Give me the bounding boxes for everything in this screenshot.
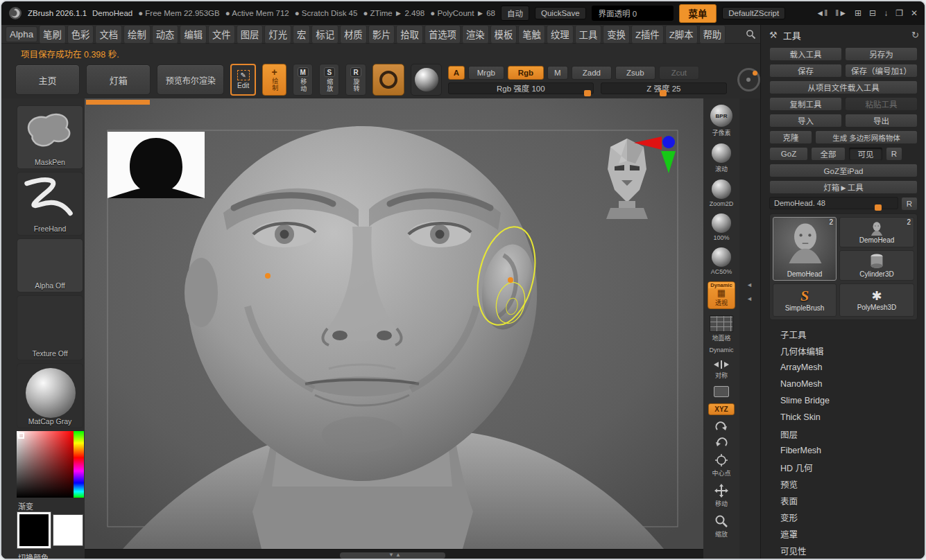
alpha-selector[interactable]: Alpha Off <box>17 238 83 292</box>
floor-grid-button[interactable]: 地面格 <box>710 315 733 342</box>
menu-help[interactable]: 帮助 <box>699 25 726 44</box>
section-arraymesh[interactable]: ArrayMesh <box>769 359 918 376</box>
copy-tool-button[interactable]: 复制工具 <box>769 97 842 111</box>
xyz-symmetry-button[interactable]: XYZ <box>708 403 734 415</box>
menu-color[interactable]: 色彩 <box>67 25 94 44</box>
canvas-scroll-arrows-icon[interactable]: ▼▲ <box>388 552 402 558</box>
ui-opacity-field[interactable]: 界面透明 0 <box>592 6 674 21</box>
home-button[interactable]: 主页 <box>15 64 80 95</box>
color-picker[interactable] <box>17 431 84 498</box>
section-deformation[interactable]: 变形 <box>769 509 918 525</box>
axis-z-dot[interactable] <box>662 136 675 148</box>
menu-macro[interactable]: 宏 <box>293 25 310 44</box>
actual-size-button[interactable]: 100% <box>712 213 731 241</box>
menu-texture[interactable]: 纹理 <box>547 25 574 44</box>
divider-arrow2-icon[interactable]: ◄ <box>746 295 753 302</box>
section-nanomesh[interactable]: NanoMesh <box>769 376 918 392</box>
menu-search-icon[interactable] <box>746 29 756 40</box>
goz-all-button[interactable]: 全部 <box>811 147 846 161</box>
menu-brush[interactable]: 笔刷 <box>39 25 66 44</box>
aahalf-button[interactable]: AC50% <box>711 247 732 275</box>
mrgb-button[interactable]: Mrgb <box>468 66 504 80</box>
load-from-project-button[interactable]: 从项目文件载入工具 <box>769 80 918 94</box>
gradient-label[interactable]: 渐变 <box>18 500 33 511</box>
perspective-button[interactable]: Dynamic ▦ 透视 <box>708 281 735 309</box>
viewport-canvas[interactable] <box>85 98 703 549</box>
local-symmetry-down-button[interactable] <box>715 437 728 447</box>
a-mode-button[interactable]: A <box>448 66 465 80</box>
brush-selector[interactable]: MaskPen <box>17 105 83 169</box>
dock-right-icon[interactable]: ⊟ <box>869 8 876 18</box>
restore-configuration-icon[interactable]: ↻ <box>911 30 919 40</box>
section-surface[interactable]: 表面 <box>769 492 918 509</box>
symmetry-button[interactable]: 对称 <box>714 360 729 380</box>
zsub-button[interactable]: Zsub <box>615 66 655 80</box>
rotate-button[interactable]: R 旋转 <box>345 64 366 96</box>
transparency-button[interactable] <box>714 386 729 397</box>
saturation-square[interactable] <box>17 431 74 498</box>
scale-button[interactable]: S 缩放 <box>319 64 339 96</box>
maximize-icon[interactable]: ❐ <box>895 8 903 18</box>
section-thick-skin[interactable]: Thick Skin <box>769 409 918 426</box>
autosave-button[interactable]: 自动 <box>501 6 529 21</box>
menu-preferences[interactable]: 首选项 <box>425 25 461 44</box>
secondary-color-swatch[interactable] <box>53 514 83 546</box>
section-subtool[interactable]: 子工具 <box>769 326 918 342</box>
clone-button[interactable]: 克隆 <box>769 130 812 144</box>
lightbox-tool-button[interactable]: 灯箱►工具 <box>769 180 918 194</box>
sculpt-viewport[interactable] <box>85 98 703 549</box>
z-intensity-slider[interactable]: Z 强度 25 <box>601 82 727 94</box>
goz-button[interactable]: GoZ <box>769 147 808 161</box>
section-layers[interactable]: 图层 <box>769 426 918 442</box>
main-color-swatch[interactable] <box>17 511 51 549</box>
set-pivot-button[interactable]: 中心点 <box>712 453 730 478</box>
section-geometry[interactable]: 几何体编辑 <box>769 342 918 359</box>
menu-marker[interactable]: 标记 <box>311 25 338 44</box>
scale-canvas-button[interactable]: 缩放 <box>714 514 728 539</box>
paste-tool-button[interactable]: 粘贴工具 <box>845 97 918 111</box>
local-symmetry-up-button[interactable] <box>715 421 728 431</box>
active-tool-thumbnail[interactable]: 2 DemoHead <box>773 217 837 281</box>
menu-edit[interactable]: 编辑 <box>180 25 207 44</box>
zadd-button[interactable]: Zadd <box>572 66 612 80</box>
bpr-button[interactable]: BPR 子像素 <box>710 105 732 137</box>
make-polymesh-button[interactable]: 生成 多边形网格物体 <box>815 130 918 144</box>
canvas-scrollbar[interactable]: ▼▲ <box>85 549 703 560</box>
draw-button[interactable]: + 绘制 <box>262 64 286 96</box>
m-button[interactable]: M <box>547 66 568 80</box>
material-selector[interactable]: MatCap Gray <box>17 363 83 428</box>
picker-cursor[interactable] <box>18 432 24 439</box>
active-tool-slider-handle[interactable] <box>875 204 882 211</box>
subpixel-label[interactable]: 子像素 <box>712 128 730 137</box>
hide-left-tray-icon[interactable]: ◄‖ <box>816 8 828 18</box>
menu-document[interactable]: 文档 <box>95 25 122 44</box>
stroke-selector[interactable]: FreeHand <box>17 172 83 236</box>
close-icon[interactable]: ✕ <box>911 8 918 18</box>
quicksave-button[interactable]: QuickSave <box>535 7 586 19</box>
recent-tool-demohead[interactable]: 2 DemoHead <box>839 217 914 247</box>
active-tool-slider[interactable]: DemoHead. 48 <box>769 197 898 209</box>
menu-transform[interactable]: 变换 <box>603 25 630 44</box>
goz-ipad-button[interactable]: GoZ至iPad <box>769 164 918 177</box>
menu-draw[interactable]: 绘制 <box>123 25 151 44</box>
zcut-button[interactable]: Zcut <box>659 66 699 80</box>
menu-layer[interactable]: 图层 <box>237 25 264 44</box>
hide-right-tray-icon[interactable]: ‖► <box>835 8 847 18</box>
recent-tool-cylinder3d[interactable]: Cylinder3D <box>839 250 914 281</box>
goz-visible-button[interactable]: 可见 <box>848 147 883 161</box>
dynamic-mode-label[interactable]: Dynamic <box>709 347 733 353</box>
section-fibermesh[interactable]: FiberMesh <box>769 442 918 459</box>
section-masking[interactable]: 遮罩 <box>769 525 918 542</box>
rgb-button[interactable]: Rgb <box>508 66 544 80</box>
scroll-doc-button[interactable]: 滚动 <box>712 143 731 173</box>
zscript-button[interactable]: DefaultZScript <box>722 7 785 19</box>
current-material-button[interactable] <box>411 64 442 96</box>
rgb-intensity-slider[interactable]: Rgb 强度 100 <box>448 82 594 94</box>
recent-tool-simplebrush[interactable]: S SimpleBrush <box>773 283 837 317</box>
menu-movie[interactable]: 影片 <box>368 25 395 44</box>
menu-file[interactable]: 文件 <box>208 25 235 44</box>
hue-bar[interactable] <box>74 431 84 498</box>
dock-left-icon[interactable]: ⊞ <box>855 8 861 18</box>
menu-light[interactable]: 灯光 <box>264 25 291 44</box>
section-hd-geometry[interactable]: HD 几何 <box>769 459 918 475</box>
